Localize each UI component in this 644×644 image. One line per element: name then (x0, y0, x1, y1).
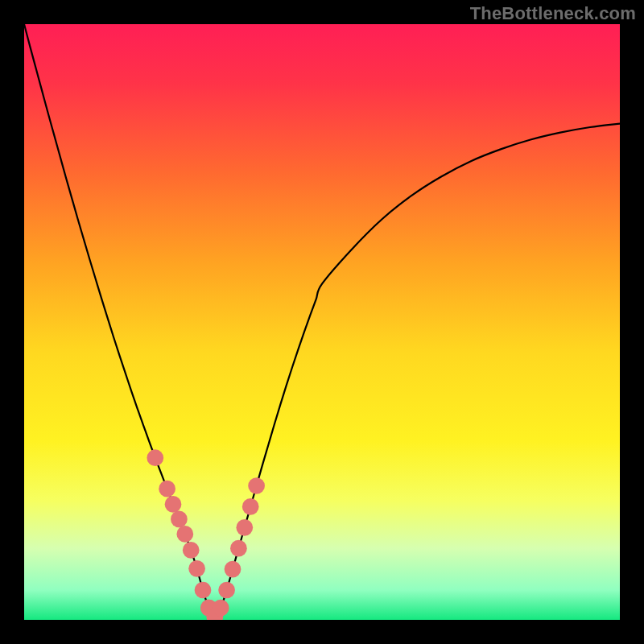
watermark-text: TheBottleneck.com (470, 3, 636, 24)
curve-layer (24, 24, 620, 620)
list-item (218, 582, 235, 599)
list-item (242, 498, 259, 515)
list-item (213, 600, 229, 617)
list-item (188, 560, 205, 577)
list-item (159, 481, 175, 497)
chart-frame: TheBottleneck.com (0, 0, 644, 644)
list-item (165, 496, 182, 513)
bottleneck-curve (24, 24, 620, 617)
list-item (195, 582, 212, 599)
list-item (147, 449, 163, 466)
list-item (230, 540, 247, 557)
list-item (225, 561, 242, 578)
list-item (183, 542, 200, 559)
plot-area (24, 24, 620, 620)
list-item (171, 511, 188, 528)
list-item (176, 526, 193, 543)
list-item (248, 477, 265, 494)
list-item (236, 519, 253, 536)
curve-markers (147, 449, 265, 620)
